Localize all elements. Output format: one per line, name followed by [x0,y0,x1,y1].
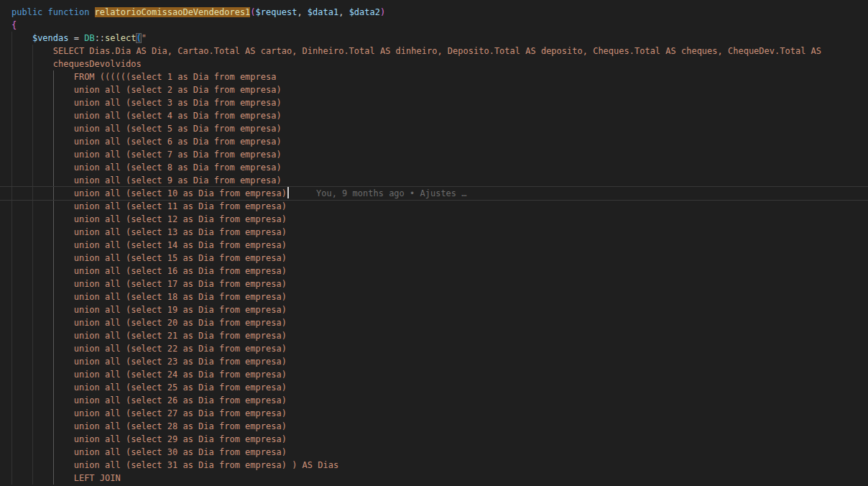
code-token: DB [84,33,94,43]
code-token: union all (select 20 as Dia from empresa… [11,318,287,328]
code-line[interactable]: union all (select 30 as Dia from empresa… [0,446,868,459]
code-line[interactable]: union all (select 5 as Dia from empresa) [0,122,868,135]
code-token: relatorioComissaoDeVendedores1 [95,7,251,17]
code-token: union all (select 3 as Dia from empresa) [11,98,282,108]
code-token: , [297,7,307,17]
code-token: $vendas [32,33,69,43]
code-line[interactable]: FROM ((((((select 1 as Dia from empresa [0,70,868,83]
code-line[interactable]: union all (select 4 as Dia from empresa) [0,109,868,122]
code-line[interactable]: union all (select 6 as Dia from empresa) [0,135,868,148]
code-line[interactable]: union all (select 9 as Dia from empresa) [0,174,868,187]
code-line[interactable]: SELECT Dias.Dia AS Dia, Cartao.Total AS … [0,45,868,58]
code-line[interactable]: union all (select 3 as Dia from empresa) [0,96,868,109]
code-token: union all (select 25 as Dia from empresa… [11,382,287,393]
code-line[interactable]: union all (select 8 as Dia from empresa) [0,161,868,174]
code-token: union all (select 8 as Dia from empresa) [11,162,282,173]
code-token: ( [250,7,255,17]
code-line[interactable]: union all (select 11 as Dia from empresa… [0,200,868,213]
code-token: union all (select 19 as Dia from empresa… [11,305,287,315]
code-token: union all (select 28 as Dia from empresa… [11,421,287,431]
code-token: union all (select 21 as Dia from empresa… [11,331,287,341]
code-lines: public function relatorioComissaoDeVende… [0,6,868,485]
code-line[interactable]: chequesDevolvidos [0,58,868,70]
code-line[interactable]: { [0,19,868,32]
code-token: union all (select 27 as Dia from empresa… [11,408,287,418]
code-token: SELECT Dias.Dia AS Dia, Cartao.Total AS … [11,46,821,56]
code-line[interactable]: union all (select 2 as Dia from empresa) [0,83,868,96]
code-token: :: [95,33,105,43]
code-line[interactable]: union all (select 19 as Dia from empresa… [0,303,868,316]
code-token: union all (select 12 as Dia from empresa… [11,214,287,224]
code-line[interactable]: union all (select 22 as Dia from empresa… [0,342,868,355]
code-line[interactable]: LEFT JOIN [0,472,868,485]
code-line[interactable]: union all (select 20 as Dia from empresa… [0,316,868,329]
code-token: union all (select 11 as Dia from empresa… [11,201,287,211]
code-token: union all (select 31 as Dia from empresa… [11,460,338,470]
git-blame-annotation[interactable]: You, 9 months ago • Ajustes … [316,187,467,200]
code-token: union all (select 24 as Dia from empresa… [11,370,287,380]
code-token: , [338,7,348,17]
text-cursor [287,187,289,198]
code-token [11,33,32,43]
code-line[interactable]: union all (select 24 as Dia from empresa… [0,368,868,381]
code-token: union all (select 4 as Dia from empresa) [11,111,282,121]
code-token: union all (select 29 as Dia from empresa… [11,434,287,444]
code-line[interactable]: $vendas = DB::select(" [0,32,868,45]
code-token: FROM ((((((select 1 as Dia from empresa [11,72,276,82]
code-line[interactable]: union all (select 14 as Dia from empresa… [0,239,868,252]
code-token: ( [136,33,141,43]
code-token: union all (select 14 as Dia from empresa… [11,240,287,250]
code-token: union all (select 22 as Dia from empresa… [11,344,287,354]
code-token: union all (select 15 as Dia from empresa… [11,253,287,263]
code-line[interactable]: union all (select 18 as Dia from empresa… [0,290,868,303]
code-token: LEFT JOIN [11,473,121,483]
code-token: union all (select 26 as Dia from empresa… [11,395,287,405]
code-token: union all (select 7 as Dia from empresa) [11,150,282,160]
code-token: union all (select 9 as Dia from empresa) [11,175,282,185]
code-token: = [68,33,84,43]
code-token: union all (select 10 as Dia from empresa… [11,188,287,198]
code-line[interactable]: union all (select 28 as Dia from empresa… [0,420,868,433]
code-line[interactable]: public function relatorioComissaoDeVende… [0,6,868,19]
code-token: $data2 [349,7,380,17]
code-editor[interactable]: public function relatorioComissaoDeVende… [0,0,868,486]
code-token: select [105,33,136,43]
code-token: union all (select 18 as Dia from empresa… [11,292,287,302]
code-line[interactable]: union all (select 7 as Dia from empresa) [0,148,868,161]
code-line[interactable]: union all (select 25 as Dia from empresa… [0,381,868,394]
code-line[interactable]: union all (select 27 as Dia from empresa… [0,407,868,420]
code-line[interactable]: union all (select 29 as Dia from empresa… [0,433,868,446]
code-line[interactable]: union all (select 10 as Dia from empresa… [0,187,868,200]
code-line[interactable]: union all (select 12 as Dia from empresa… [0,213,868,226]
code-token: " [142,33,147,43]
code-token: union all (select 2 as Dia from empresa) [11,85,282,95]
code-token: union all (select 6 as Dia from empresa) [11,137,282,147]
code-line[interactable]: union all (select 13 as Dia from empresa… [0,226,868,239]
code-token: union all (select 30 as Dia from empresa… [11,447,287,457]
code-line[interactable]: union all (select 15 as Dia from empresa… [0,252,868,265]
code-line[interactable]: union all (select 23 as Dia from empresa… [0,355,868,368]
code-token: { [11,20,17,30]
code-token: ) [380,7,385,17]
code-token: union all (select 5 as Dia from empresa) [11,124,282,134]
code-line[interactable]: union all (select 26 as Dia from empresa… [0,394,868,407]
code-token: chequesDevolvidos [11,59,142,69]
code-token: public function [11,7,95,17]
code-token: $data1 [308,7,338,17]
code-token: union all (select 13 as Dia from empresa… [11,227,287,237]
code-line[interactable]: union all (select 21 as Dia from empresa… [0,329,868,342]
code-token: $request [256,7,297,17]
code-token: union all (select 23 as Dia from empresa… [11,357,287,367]
code-line[interactable]: union all (select 17 as Dia from empresa… [0,278,868,290]
code-token: union all (select 17 as Dia from empresa… [11,279,287,289]
code-line[interactable]: union all (select 16 as Dia from empresa… [0,265,868,278]
code-token: union all (select 16 as Dia from empresa… [11,266,287,276]
code-line[interactable]: union all (select 31 as Dia from empresa… [0,459,868,472]
